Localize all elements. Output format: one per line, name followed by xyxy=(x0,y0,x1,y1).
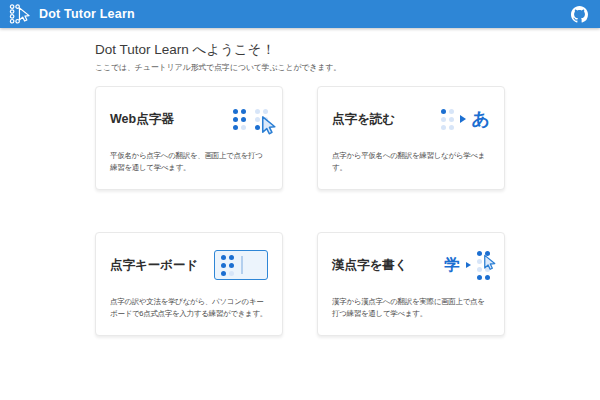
card-description: 点字の訳や文法を学びながら、パソコンのキーボードで6点式点字を入力する練習ができ… xyxy=(110,296,268,321)
braille-dot-off xyxy=(441,125,446,130)
card-write-kanji-braille[interactable]: 漢点字を書く 学 漢字から漢点字への翻訳を実際に画面上で点を打つ練習を通して学べ… xyxy=(317,232,505,336)
braille-dot-off xyxy=(477,267,482,272)
braille-cell xyxy=(221,255,234,276)
card-description: 平仮名から点字への翻訳を、画面上で点を打つ練習を通して学べます。 xyxy=(110,150,268,175)
card-description: 漢字から漢点字への翻訳を実際に画面上で点を打つ練習を通して学べます。 xyxy=(332,296,490,321)
braille-dot-on xyxy=(255,125,260,130)
app-logo-icon[interactable] xyxy=(8,3,30,25)
card-title: 点字キーボード xyxy=(110,257,198,274)
braille-dot-on xyxy=(477,251,482,256)
text-caret xyxy=(241,256,243,274)
arrow-right-icon xyxy=(460,115,466,123)
welcome-subtitle: ここでは、チュートリアル形式で点字について学ぶことができます。 xyxy=(95,62,505,73)
braille-dot-on xyxy=(485,251,490,256)
app-header: Dot Tutor Learn xyxy=(0,0,600,28)
main-content: Dot Tutor Learn へようこそ！ ここでは、チュートリアル形式で点字… xyxy=(0,28,600,336)
card-read-braille[interactable]: 点字を読む あ 点字から平仮名への翻訳を練習しながら学べます。 xyxy=(317,86,505,190)
braille-dot-off xyxy=(485,267,490,272)
braille-dot-on xyxy=(233,125,238,130)
braille-dot-off xyxy=(255,109,260,114)
card-title: Web点字器 xyxy=(110,111,174,128)
braille-dot-off xyxy=(255,117,260,122)
braille-dot-off xyxy=(477,259,482,264)
braille-dot-on xyxy=(229,263,234,268)
braille-dot-off xyxy=(449,117,454,122)
braille-cells-cursor-icon xyxy=(233,109,268,130)
braille-dot-off xyxy=(449,109,454,114)
header-left: Dot Tutor Learn xyxy=(8,3,135,25)
braille-dot-off xyxy=(263,125,268,130)
braille-dot-on xyxy=(221,271,226,276)
card-description: 点字から平仮名への翻訳を練習しながら学べます。 xyxy=(332,150,490,175)
braille-input-box xyxy=(214,250,268,280)
card-head: Web点字器 xyxy=(110,97,268,141)
braille-dot-on xyxy=(241,117,246,122)
card-title: 漢点字を書く xyxy=(332,257,408,274)
braille-cell xyxy=(441,109,454,130)
arrow-right-icon xyxy=(466,262,471,268)
braille-dot-on xyxy=(441,109,446,114)
card-braille-keyboard[interactable]: 点字キーボード 点字の訳や文法を学びながら、パソコンのキーボードで6点式点字を入… xyxy=(95,232,283,336)
kana-character: あ xyxy=(472,110,490,128)
braille-dot-on xyxy=(233,109,238,114)
braille-cell xyxy=(255,109,268,130)
card-grid: Web点字器 平仮名から点字への翻訳を、画面上で点を打つ練習を通して学べます。 … xyxy=(95,86,505,336)
braille-dot-on xyxy=(221,263,226,268)
kanji-to-braille-cursor-icon: 学 xyxy=(444,251,490,280)
braille-dot-on xyxy=(233,117,238,122)
card-head: 点字を読む あ xyxy=(332,97,490,141)
braille-cell xyxy=(233,109,246,130)
braille-dot-off xyxy=(263,117,268,122)
welcome-title: Dot Tutor Learn へようこそ！ xyxy=(95,41,505,59)
braille-dot-off xyxy=(485,259,490,264)
braille-dot-off xyxy=(241,125,246,130)
braille-dot-off xyxy=(263,109,268,114)
braille-dot-on xyxy=(229,255,234,260)
kanji-character: 学 xyxy=(444,257,460,273)
card-head: 点字キーボード xyxy=(110,243,268,287)
braille-input-box-icon xyxy=(214,250,268,280)
braille-dot-on xyxy=(485,275,490,280)
app-title: Dot Tutor Learn xyxy=(39,7,135,21)
braille-dot-on xyxy=(241,109,246,114)
braille-to-kana-icon: あ xyxy=(441,109,490,130)
card-title: 点字を読む xyxy=(332,111,395,128)
braille-dot-off xyxy=(449,125,454,130)
card-head: 漢点字を書く 学 xyxy=(332,243,490,287)
braille-cell-8dot xyxy=(477,251,490,280)
braille-dot-off xyxy=(441,117,446,122)
card-web-braille-writer[interactable]: Web点字器 平仮名から点字への翻訳を、画面上で点を打つ練習を通して学べます。 xyxy=(95,86,283,190)
github-icon[interactable] xyxy=(571,6,588,23)
braille-dot-on xyxy=(477,275,482,280)
braille-dot-off xyxy=(229,271,234,276)
braille-dot-on xyxy=(221,255,226,260)
